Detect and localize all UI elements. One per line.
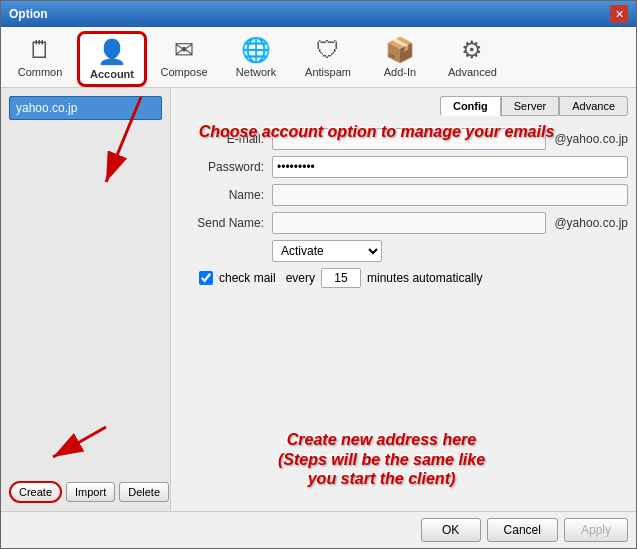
name-label: Name: bbox=[179, 188, 264, 202]
form-area: E-mail: @yahoo.co.jp Password: Name: Sen… bbox=[179, 124, 628, 503]
tab-bar: Config Server Advance bbox=[179, 96, 628, 116]
compose-icon: ✉ bbox=[174, 36, 194, 64]
toolbar-label-antispam: Antispam bbox=[305, 66, 351, 78]
toolbar-label-advanced: Advanced bbox=[448, 66, 497, 78]
email-suffix: @yahoo.co.jp bbox=[554, 132, 628, 146]
password-row: Password: bbox=[179, 156, 628, 178]
email-label: E-mail: bbox=[179, 132, 264, 146]
toolbar-label-account: Account bbox=[90, 68, 134, 80]
toolbar-item-addin[interactable]: 📦 Add-In bbox=[365, 31, 435, 87]
network-icon: 🌐 bbox=[241, 36, 271, 64]
apply-button[interactable]: Apply bbox=[564, 518, 628, 542]
option-dialog: Option ✕ 🗒 Common 👤 Account ✉ Compose 🌐 … bbox=[0, 0, 637, 549]
delete-button[interactable]: Delete bbox=[119, 482, 169, 502]
password-label: Password: bbox=[179, 160, 264, 174]
toolbar-item-common[interactable]: 🗒 Common bbox=[5, 31, 75, 87]
account-list-item[interactable]: yahoo.co.jp bbox=[9, 96, 162, 120]
toolbar-item-advanced[interactable]: ⚙ Advanced bbox=[437, 31, 508, 87]
close-button[interactable]: ✕ bbox=[610, 5, 628, 23]
addin-icon: 📦 bbox=[385, 36, 415, 64]
left-panel: yahoo.co.jp Create Import Delete bbox=[1, 88, 171, 511]
window-title: Option bbox=[9, 7, 48, 21]
check-mail-row: check mail every minutes automatically bbox=[199, 268, 628, 288]
toolbar-item-antispam[interactable]: 🛡 Antispam bbox=[293, 31, 363, 87]
toolbar: 🗒 Common 👤 Account ✉ Compose 🌐 Network 🛡… bbox=[1, 27, 636, 88]
sendname-row: Send Name: @yahoo.co.jp bbox=[179, 212, 628, 234]
toolbar-label-network: Network bbox=[236, 66, 276, 78]
cancel-button[interactable]: Cancel bbox=[487, 518, 558, 542]
footer: OK Cancel Apply bbox=[1, 511, 636, 548]
tab-advance[interactable]: Advance bbox=[559, 96, 628, 116]
check-mail-checkbox[interactable] bbox=[199, 271, 213, 285]
tab-server[interactable]: Server bbox=[501, 96, 559, 116]
tab-config[interactable]: Config bbox=[440, 96, 501, 116]
import-button[interactable]: Import bbox=[66, 482, 115, 502]
account-icon: 👤 bbox=[97, 38, 127, 66]
interval-input[interactable] bbox=[321, 268, 361, 288]
toolbar-item-network[interactable]: 🌐 Network bbox=[221, 31, 291, 87]
toolbar-label-addin: Add-In bbox=[384, 66, 416, 78]
name-row: Name: bbox=[179, 184, 628, 206]
advanced-icon: ⚙ bbox=[461, 36, 483, 64]
name-input[interactable] bbox=[272, 184, 628, 206]
password-input[interactable] bbox=[272, 156, 628, 178]
common-icon: 🗒 bbox=[28, 36, 52, 64]
create-button[interactable]: Create bbox=[9, 481, 62, 503]
toolbar-label-compose: Compose bbox=[160, 66, 207, 78]
main-content: yahoo.co.jp Create Import Delete Config … bbox=[1, 88, 636, 511]
sendname-label: Send Name: bbox=[179, 216, 264, 230]
antispam-icon: 🛡 bbox=[316, 36, 340, 64]
email-input[interactable] bbox=[272, 128, 546, 150]
auto-label: minutes automatically bbox=[367, 271, 482, 285]
toolbar-item-compose[interactable]: ✉ Compose bbox=[149, 31, 219, 87]
every-label: every bbox=[286, 271, 315, 285]
sendname-suffix: @yahoo.co.jp bbox=[554, 216, 628, 230]
check-mail-label: check mail bbox=[219, 271, 276, 285]
right-panel: Config Server Advance E-mail: @yahoo.co.… bbox=[171, 88, 636, 511]
sendname-input[interactable] bbox=[272, 212, 546, 234]
ok-button[interactable]: OK bbox=[421, 518, 481, 542]
title-bar: Option ✕ bbox=[1, 1, 636, 27]
email-row: E-mail: @yahoo.co.jp bbox=[179, 128, 628, 150]
activate-select[interactable]: Activate bbox=[272, 240, 382, 262]
toolbar-label-common: Common bbox=[18, 66, 63, 78]
toolbar-item-account[interactable]: 👤 Account bbox=[77, 31, 147, 87]
activate-row: Activate bbox=[272, 240, 628, 262]
